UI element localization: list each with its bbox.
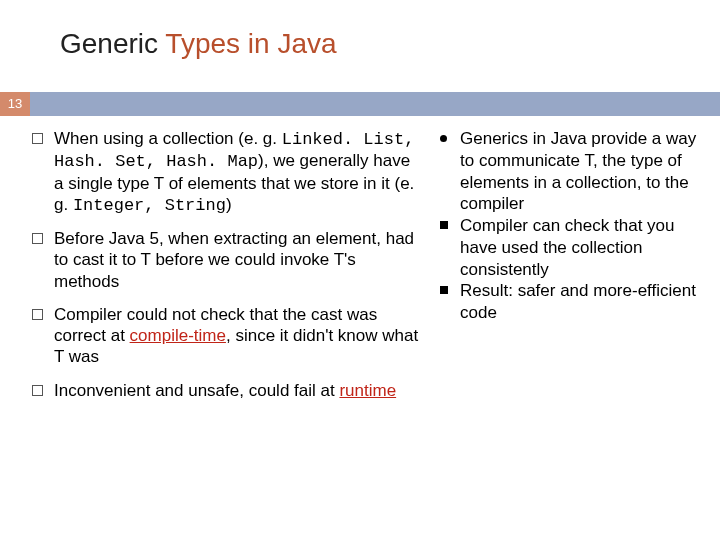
text: Before Java 5, when extracting an elemen… <box>54 229 414 291</box>
list-item: When using a collection (e. g. Linked. L… <box>30 128 420 216</box>
text: When using a collection (e. g. <box>54 129 282 148</box>
list-item: Compiler could not check that the cast w… <box>30 304 420 368</box>
list-item: Compiler can check that you have used th… <box>438 215 700 280</box>
body: When using a collection (e. g. Linked. L… <box>30 128 700 530</box>
highlight-text: runtime <box>339 381 396 400</box>
page-title: Generic Types in Java <box>60 28 337 60</box>
page-number-badge: 13 <box>0 92 30 116</box>
title-text-b: Types in Java <box>165 28 336 59</box>
left-list: When using a collection (e. g. Linked. L… <box>30 128 420 401</box>
text: Result: safer and more-efficient code <box>460 281 696 322</box>
text: Inconvenient and unsafe, could fail at <box>54 381 339 400</box>
list-item: Result: safer and more-efficient code <box>438 280 700 324</box>
list-item: Inconvenient and unsafe, could fail at r… <box>30 380 420 401</box>
text: Compiler can check that you have used th… <box>460 216 675 279</box>
right-column: Generics in Java provide a way to commun… <box>438 128 700 530</box>
text: ) <box>226 195 232 214</box>
code-text: Integer, String <box>73 196 226 215</box>
left-column: When using a collection (e. g. Linked. L… <box>30 128 420 530</box>
header-bar <box>0 92 720 116</box>
slide: Generic Types in Java 13 When using a co… <box>0 0 720 540</box>
right-list: Generics in Java provide a way to commun… <box>438 128 700 324</box>
title-text-a: Generic <box>60 28 165 59</box>
list-item: Before Java 5, when extracting an elemen… <box>30 228 420 292</box>
highlight-text: compile-time <box>130 326 226 345</box>
list-item: Generics in Java provide a way to commun… <box>438 128 700 215</box>
text: Generics in Java provide a way to commun… <box>460 129 696 213</box>
